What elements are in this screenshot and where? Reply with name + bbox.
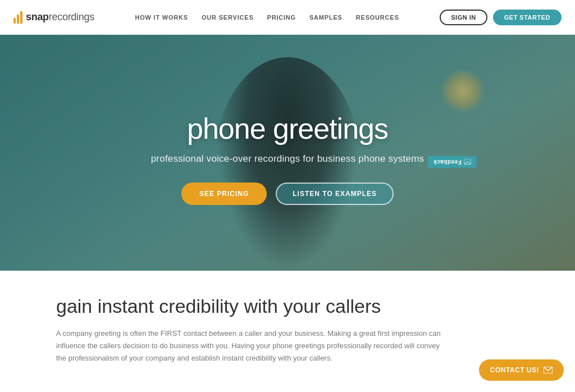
contact-button[interactable]: CONTACT US! [479,359,564,381]
content-paragraph: A company greeting is often the FIRST co… [56,327,449,364]
logo-bar-3 [20,11,22,24]
feedback-tab[interactable]: Feedback [428,156,477,168]
logo-bars-icon [13,11,22,24]
nav-resources[interactable]: RESOURCES [356,14,399,21]
logo-light: recordings [49,11,94,22]
hero-content: phone greetings professional voice-over … [0,35,575,271]
hero-subtitle: professional voice-over recordings for b… [151,153,425,165]
envelope-small-icon [464,159,471,165]
feedback-label: Feedback [433,159,462,165]
main-nav: HOW IT WORKS OUR SERVICES PRICING SAMPLE… [135,14,399,21]
nav-pricing[interactable]: PRICING [267,14,296,21]
logo-text: snaprecordings [26,11,94,23]
content-title: gain instant credibility with your calle… [56,295,519,317]
envelope-icon [544,367,553,373]
listen-examples-button[interactable]: LISTEN TO EXAMPLES [276,183,394,205]
nav-buttons: SIGN IN GET STARTED [440,10,562,25]
get-started-button[interactable]: GET STARTED [493,10,562,25]
see-pricing-button[interactable]: SEE PRICING [181,183,267,205]
nav-our-services[interactable]: OUR SERVICES [202,14,254,21]
logo[interactable]: snaprecordings [13,11,94,24]
signin-button[interactable]: SIGN IN [440,10,487,25]
hero-title: phone greetings [187,112,388,145]
header: snaprecordings HOW IT WORKS OUR SERVICES… [0,0,575,35]
logo-bold: snap [26,11,49,22]
contact-label: CONTACT US! [490,366,539,374]
logo-bar-2 [17,15,19,24]
nav-samples[interactable]: SAMPLES [309,14,343,21]
nav-how-it-works[interactable]: HOW IT WORKS [135,14,188,21]
hero-buttons: SEE PRICING LISTEN TO EXAMPLES [181,183,394,205]
hero-section: phone greetings professional voice-over … [0,35,575,271]
logo-bar-1 [13,18,16,24]
